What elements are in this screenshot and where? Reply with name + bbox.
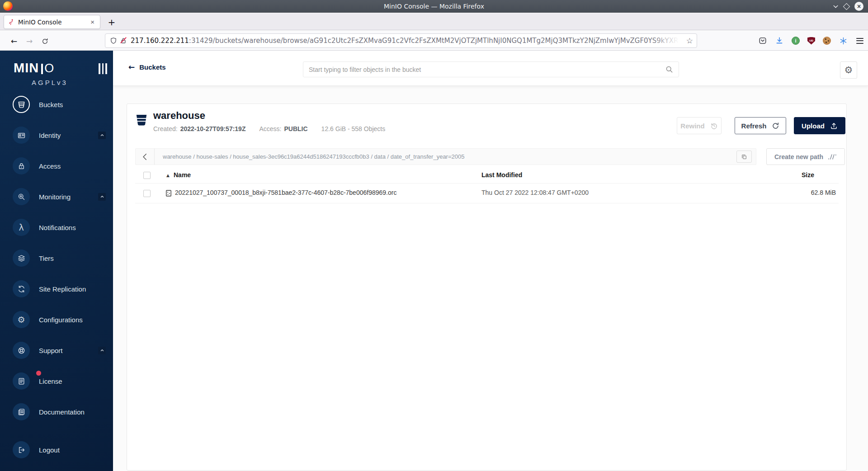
toolbar-extensions: i UD — [758, 34, 864, 47]
downloads-icon[interactable] — [775, 36, 784, 45]
back-to-buckets-link[interactable]: ← Buckets — [128, 62, 166, 71]
sidebar-item-logout[interactable]: Logout — [9, 440, 108, 460]
breadcrumb-bar: warehouse / house-sales / house_sales-3e… — [135, 148, 756, 165]
chevron-up-icon[interactable] — [98, 132, 106, 139]
sidebar-item-label: Configurations — [39, 316, 108, 324]
url-path: :31429/buckets/warehouse/browse/aG91c2Ut… — [189, 37, 684, 45]
sidebar-item-license[interactable]: License — [9, 371, 108, 391]
refresh-button[interactable]: Refresh — [735, 117, 786, 134]
window-controls: × — [833, 0, 863, 13]
sidebar-item-label: Support — [39, 347, 98, 354]
object-last-modified: Thu Oct 27 2022 12:08:47 GMT+0200 — [481, 189, 589, 196]
logout-icon — [13, 441, 30, 458]
create-path-label: Create new path — [774, 153, 823, 160]
window-titlebar[interactable]: MinIO Console — Mozilla Firefox × — [0, 0, 868, 13]
select-all-checkbox[interactable] — [143, 172, 151, 179]
sidebar-item-label: Access — [39, 162, 108, 170]
sidebar-item-access[interactable]: Access — [9, 156, 108, 176]
menu-hamburger-icon[interactable] — [855, 36, 864, 45]
sidebar-item-site-replication[interactable]: Site Replication — [9, 279, 108, 299]
path-slashes-icon — [828, 154, 837, 160]
sidebar-collapse-icon[interactable] — [99, 63, 107, 74]
access-value[interactable]: PUBLIC — [284, 125, 307, 132]
app-window: MinIO Console — Mozilla Firefox × MinIO … — [0, 0, 868, 471]
navigation-toolbar: ← → 217.160.222.211:31429/buckets/wareho… — [0, 31, 868, 51]
sidebar-item-label: Logout — [39, 446, 108, 454]
column-header-size[interactable]: Size — [802, 171, 814, 179]
sidebar-item-buckets[interactable]: Buckets — [9, 94, 108, 114]
tab-close-icon[interactable]: × — [89, 18, 96, 26]
sidebar-item-support[interactable]: Support — [9, 340, 108, 360]
chevron-up-icon[interactable] — [98, 193, 106, 201]
replication-arrows-icon — [13, 280, 30, 297]
object-table-row[interactable]: 20221027_100737_00018_b8xji-7581bae2-377… — [135, 184, 839, 203]
create-new-path-button[interactable]: Create new path — [766, 148, 845, 165]
sidebar-item-identity[interactable]: Identity — [9, 125, 108, 145]
window-close-icon[interactable]: × — [854, 2, 863, 11]
search-icon — [665, 66, 673, 73]
copy-path-button[interactable] — [736, 151, 752, 163]
sidebar-item-label: Site Replication — [39, 285, 108, 293]
created-value: 2022-10-27T09:57:19Z — [180, 125, 246, 132]
settings-gear-button[interactable]: ⚙ — [840, 61, 857, 79]
bucket-browser-card: warehouse Created: 2022-10-27T09:57:19Z … — [127, 104, 847, 471]
refresh-label: Refresh — [741, 122, 767, 130]
bucket-icon — [13, 96, 30, 113]
url-host: 217.160.222.211 — [131, 37, 189, 45]
bucket-meta: Created: 2022-10-27T09:57:19Z Access: PU… — [153, 125, 385, 132]
upload-button[interactable]: Upload — [794, 117, 845, 134]
back-arrow-icon: ← — [128, 62, 135, 71]
url-text[interactable]: 217.160.222.211:31429/buckets/warehouse/… — [131, 37, 684, 45]
minimize-icon[interactable] — [833, 4, 839, 9]
logo-text: MIN — [14, 61, 39, 75]
ublock-origin-icon[interactable]: UD — [807, 37, 815, 45]
bucket-icon-large — [135, 113, 148, 127]
tracking-shield-icon[interactable] — [110, 37, 117, 44]
object-size: 62.8 MiB — [811, 189, 836, 196]
sidebar-item-label: Documentation — [39, 408, 108, 416]
firefox-logo-icon — [3, 1, 13, 11]
logo-o: O — [44, 62, 54, 75]
back-link-label: Buckets — [139, 63, 165, 71]
tiers-layers-icon — [13, 250, 30, 267]
rewind-button[interactable]: Rewind — [677, 117, 722, 134]
column-header-last-modified[interactable]: Last Modified — [481, 171, 522, 179]
pocket-icon[interactable] — [758, 36, 767, 45]
bucket-name-title: warehouse — [153, 110, 205, 122]
identity-card-icon — [13, 127, 30, 144]
chevron-up-icon[interactable] — [98, 347, 106, 354]
browser-tab[interactable]: MinIO Console × — [4, 15, 100, 29]
row-checkbox[interactable] — [143, 190, 151, 197]
cookie-extension-icon[interactable] — [823, 37, 831, 45]
extension-asterisk-icon[interactable] — [839, 36, 848, 45]
insecure-lock-icon[interactable] — [120, 37, 127, 44]
reload-button[interactable] — [39, 35, 51, 47]
new-tab-button[interactable]: + — [105, 15, 118, 29]
upload-label: Upload — [802, 122, 825, 130]
documentation-book-icon — [13, 403, 30, 420]
column-header-name[interactable]: Name — [174, 171, 191, 179]
sidebar-item-notifications[interactable]: λ Notifications — [9, 217, 108, 237]
object-name[interactable]: 20221027_100737_00018_b8xji-7581bae2-377… — [175, 189, 396, 196]
url-bar[interactable]: 217.160.222.211:31429/buckets/warehouse/… — [105, 33, 697, 48]
search-input[interactable] — [303, 66, 665, 73]
object-file-icon — [165, 189, 172, 197]
support-lifering-icon — [13, 342, 30, 359]
back-button[interactable]: ← — [8, 35, 20, 47]
sidebar-item-tiers[interactable]: Tiers — [9, 248, 108, 268]
monitoring-search-icon — [13, 188, 30, 205]
extension-green-icon[interactable]: i — [792, 37, 800, 45]
sidebar-item-monitoring[interactable]: Monitoring — [9, 187, 108, 207]
bookmark-star-icon[interactable]: ☆ — [686, 36, 693, 45]
breadcrumb-back-button[interactable] — [136, 149, 155, 165]
gear-icon: ⚙ — [13, 311, 30, 328]
sort-ascending-icon[interactable]: ▲ — [166, 173, 170, 178]
logo-bar — [41, 64, 43, 74]
forward-button[interactable]: → — [24, 35, 35, 47]
sidebar-item-documentation[interactable]: Documentation — [9, 402, 108, 422]
sidebar-item-configurations[interactable]: ⚙ Configurations — [9, 310, 108, 330]
lock-icon — [13, 157, 30, 174]
maximize-icon[interactable] — [843, 3, 850, 10]
sidebar-item-label: Notifications — [39, 224, 108, 231]
breadcrumb-path[interactable]: warehouse / house-sales / house_sales-3e… — [163, 153, 736, 160]
